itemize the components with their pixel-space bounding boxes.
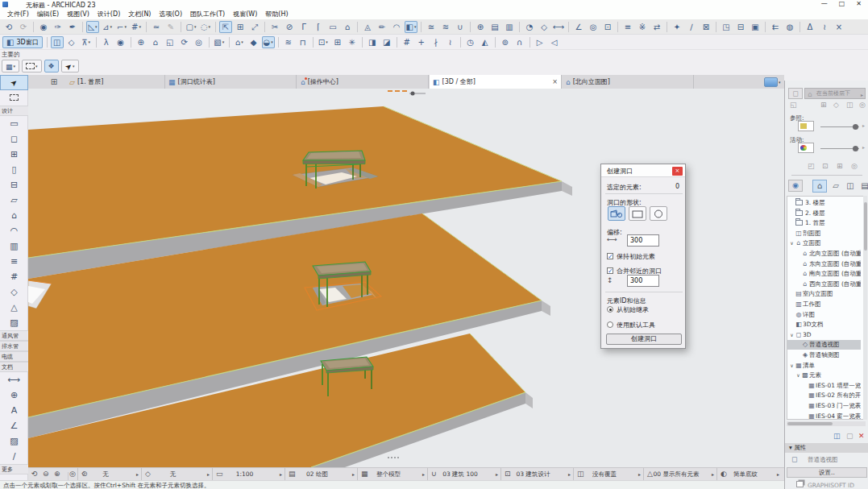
inject-parameters-button[interactable]: ✒ xyxy=(66,21,79,33)
expander-icon[interactable]: ∨ xyxy=(789,238,795,248)
pan-button[interactable]: ⇇ xyxy=(769,21,782,33)
tab-1[interactable]: ▦[洞口统计表] xyxy=(165,75,297,89)
guide-segment-button[interactable]: ∤ xyxy=(430,36,442,48)
mirror-3d-button[interactable]: ◭ xyxy=(479,36,492,48)
project-chooser-button[interactable]: ◉ xyxy=(788,180,803,192)
door-tool[interactable]: ◻ xyxy=(0,131,28,147)
tree-item-19[interactable]: ▦IES-02 所有的开口 xyxy=(787,391,861,400)
element-settings-button[interactable]: ▦▾ xyxy=(2,60,19,73)
active-opacity-slider[interactable] xyxy=(853,146,858,151)
model-view-options[interactable]: ⊡03 建筑设计▸ xyxy=(500,468,573,481)
cutting-planes-button[interactable]: ◆ xyxy=(247,36,260,48)
trace-reference-combo[interactable]: ⌂ 在当前楼层下 ▸ xyxy=(804,88,866,99)
menu-1[interactable]: 编辑(E) xyxy=(33,9,63,19)
schedules-button[interactable]: ≡ xyxy=(621,21,634,33)
tree-item-6[interactable]: ⌂东向立面图 (自动重建) xyxy=(787,259,861,269)
menu-8[interactable]: 帮助(H) xyxy=(261,9,292,19)
project-map-tab[interactable]: ⌂ xyxy=(812,180,827,193)
column-tool[interactable]: ▯ xyxy=(0,162,28,177)
magic-wand-button[interactable]: ≃ xyxy=(150,21,163,33)
active-color-chip[interactable] xyxy=(798,143,814,153)
grid-window-button[interactable]: ▣ xyxy=(749,21,762,33)
close-view-button[interactable]: × xyxy=(833,21,845,33)
adjust-button[interactable]: Γ xyxy=(297,21,310,33)
look-to-button[interactable]: ◉ xyxy=(114,36,127,48)
perspective-button[interactable]: ◫ xyxy=(51,36,64,48)
favorites-button[interactable]: ◉ xyxy=(37,21,50,33)
walk-mode-button[interactable]: λ xyxy=(100,36,113,48)
snap-point-button[interactable]: + xyxy=(415,36,428,48)
intersect-button[interactable]: ⌂ xyxy=(341,21,354,33)
maximize-button[interactable]: □ xyxy=(839,0,845,7)
tab-4[interactable]: ⌂[北向立面图] xyxy=(563,75,694,89)
panel-mode-button[interactable]: ◻ xyxy=(788,88,803,99)
camera-button[interactable]: ⊡▾ xyxy=(317,36,330,48)
undo-button[interactable]: ⟲ xyxy=(2,21,15,33)
tree-item-18[interactable]: ▦IES-01 墙壁一览表 xyxy=(787,381,861,391)
view-map-tab[interactable]: ▱ xyxy=(829,180,843,193)
3d-projection-settings-button[interactable]: ⌂▾ xyxy=(233,36,246,48)
window-tool[interactable]: ⊞ xyxy=(0,147,28,162)
zone-tool[interactable]: ▨ xyxy=(0,315,28,330)
snap-grid-button[interactable]: #▾ xyxy=(130,21,143,33)
tree-item-2[interactable]: 1. 首层 xyxy=(787,218,861,228)
spline-edit-button[interactable]: ≀ xyxy=(444,36,457,48)
slab-top-3-edge[interactable] xyxy=(562,181,572,196)
marquee-3d-button[interactable]: ▧▾ xyxy=(213,36,226,48)
add-button[interactable]: ⊕ xyxy=(474,21,487,33)
explore-button[interactable]: ◎ xyxy=(193,36,206,48)
elevate-button[interactable]: ◬ xyxy=(361,21,374,33)
markup-button[interactable]: ※ xyxy=(636,21,649,33)
editing-plane-button[interactable]: # xyxy=(401,36,413,48)
tab-close-icon[interactable]: × xyxy=(547,78,558,85)
railing-tool[interactable]: # xyxy=(0,269,28,284)
tree-item-16[interactable]: ∨▦清单 xyxy=(787,361,861,371)
layers-button[interactable]: ▤ xyxy=(488,21,501,33)
stories-button[interactable]: ▥ xyxy=(503,21,516,33)
arrow-tool[interactable]: ➤ xyxy=(0,75,28,90)
publisher-button[interactable]: ◪ xyxy=(380,36,393,48)
tree-vscrollbar[interactable] xyxy=(863,196,867,420)
beam-tool[interactable]: ⊟ xyxy=(0,177,28,193)
tree-item-7[interactable]: ⌂南向立面图 (自动重建) xyxy=(787,269,861,279)
menu-7[interactable]: 视窗(W) xyxy=(229,9,261,19)
label-tool[interactable]: ∠ xyxy=(0,418,28,433)
tab-0[interactable]: ▱[1. 首层] xyxy=(66,75,165,89)
distribute-button[interactable]: ≋ xyxy=(439,21,452,33)
marquee-mode-button[interactable]: ▾ xyxy=(22,60,42,73)
tree-item-20[interactable]: ▦IES-03 门一览表 xyxy=(787,401,861,411)
align-button[interactable]: ≅ xyxy=(425,21,438,33)
suspend-snap-button[interactable]: ❖ xyxy=(44,60,59,73)
tab-3[interactable]: ◧[3D / 全部]× xyxy=(430,75,562,89)
delete-item-button[interactable]: ✕ xyxy=(858,432,865,440)
target-point-button[interactable]: ⊚ xyxy=(499,36,512,48)
sun-position-button[interactable]: ◷ xyxy=(464,36,477,48)
menu-5[interactable]: 选项(O) xyxy=(156,9,187,19)
gravity-button[interactable]: ⌐▾ xyxy=(115,21,128,33)
mesh-tool[interactable]: △ xyxy=(0,300,28,315)
merge-openings-checkbox[interactable]: ✓ xyxy=(607,267,613,274)
layer-combination[interactable]: ▤02 绘图▸ xyxy=(284,468,357,481)
groups-button[interactable]: ▢▾ xyxy=(185,21,197,33)
zoom-in-icon[interactable]: ⊕ xyxy=(54,470,60,478)
curtain-wall-tool[interactable]: ▥ xyxy=(0,238,28,254)
virtual-trace-button[interactable]: ◧▾ xyxy=(405,21,417,33)
shape-circle-button[interactable] xyxy=(650,206,667,221)
fit-in-window-button[interactable]: ◱ xyxy=(164,36,177,48)
drag-button[interactable]: ⇱ xyxy=(219,21,232,33)
fill-tool[interactable]: ▨ xyxy=(0,433,28,449)
polyline-button[interactable]: ≀ xyxy=(818,21,831,33)
level-dimension-tool[interactable]: ⊕ xyxy=(0,387,28,403)
inherit-radio[interactable] xyxy=(607,306,613,313)
home-view-button[interactable]: ⌂ xyxy=(149,36,162,48)
new-viewpoint-icon[interactable]: ⊞ xyxy=(820,101,827,109)
element-info-button[interactable]: ⊡ xyxy=(601,21,614,33)
stair-tool[interactable]: ≡ xyxy=(0,254,28,269)
render-settings-button[interactable]: ✦ xyxy=(671,21,683,33)
structure-display[interactable]: ▦整个模型▸ xyxy=(357,468,427,481)
shadows-button[interactable]: ◒▾ xyxy=(262,36,275,48)
refresh-icon[interactable]: ◎ xyxy=(859,101,866,109)
fly-through-button[interactable]: ▷ xyxy=(534,36,546,48)
reference-color-chip[interactable] xyxy=(798,121,814,131)
orbit-mode-icon[interactable]: ◎ xyxy=(69,470,76,478)
